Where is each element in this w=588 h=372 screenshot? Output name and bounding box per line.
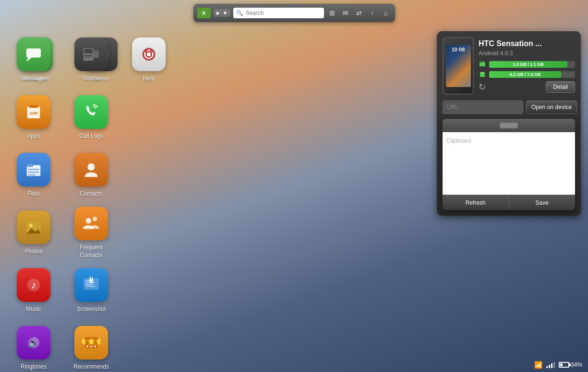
svg-text:♪: ♪ (31, 279, 36, 290)
clipboard-actions: Refresh Save (443, 195, 575, 210)
svg-point-20 (29, 224, 33, 228)
app-item-ringtones[interactable]: 🔊 Ringtones (5, 320, 62, 372)
svg-rect-42 (86, 286, 95, 287)
url-section: Open on device (443, 100, 575, 114)
statusbar: 📶 34% (528, 358, 588, 372)
transfer-icon[interactable]: ⇄ (354, 8, 364, 18)
device-image: 10 08 (443, 37, 474, 95)
app-item-music[interactable]: ♪ Music (5, 262, 62, 320)
storage-row-2: 6.2 GB / 7.4 GB (479, 71, 575, 78)
freqcontacts-icon (74, 207, 108, 240)
app-item-recommends[interactable]: ⭐⭐⭐ ★ ★ ★ Recommends (62, 320, 120, 372)
storage-bar-1-container: 1.0 GB / 1.1 GB (489, 61, 575, 68)
signal-bar-2 (549, 365, 550, 368)
device-refresh-icon[interactable]: ↻ (479, 82, 486, 92)
play-dropdown-arrow: ▼ (223, 10, 228, 16)
help-label: Help (143, 75, 155, 83)
ringtones-label: Ringtones (21, 363, 47, 371)
calllogs-icon (74, 95, 108, 129)
clipboard-clip-icon (499, 122, 518, 129)
music-icon: ♪ (17, 268, 50, 302)
storage-row-1: 1.0 GB / 1.1 GB (479, 61, 575, 68)
device-name: HTC Sensation ... (479, 39, 575, 48)
app-item-files[interactable]: Files (5, 147, 62, 204)
freqcontacts-label: FrequentContacts (80, 244, 103, 259)
battery-fill (560, 363, 563, 366)
app-item-calllogs[interactable]: Call Logs (62, 89, 120, 147)
clipboard-top (443, 119, 575, 132)
files-label: Files (27, 190, 39, 198)
clipboard-refresh-button[interactable]: Refresh (443, 195, 509, 210)
svg-text:APP: APP (29, 111, 38, 116)
svg-rect-39 (86, 281, 91, 282)
app-item-screenshot[interactable]: Screenshot (62, 262, 120, 320)
svg-rect-61 (482, 62, 483, 63)
photos-icon (17, 211, 50, 244)
screenshot-label: Screenshot (77, 306, 106, 313)
search-bar[interactable]: 🔍 (233, 8, 324, 18)
detail-button[interactable]: Detail (546, 81, 575, 93)
apps-icon: APP (17, 95, 50, 129)
svg-rect-64 (481, 72, 481, 74)
svg-rect-15 (27, 164, 33, 167)
app-item-help[interactable]: Help (120, 31, 178, 89)
storage-bar-2: 6.2 GB / 7.4 GB (489, 71, 561, 78)
svg-point-32 (87, 163, 95, 171)
svg-rect-60 (480, 62, 481, 63)
open-on-device-button[interactable]: Open on device (526, 100, 577, 114)
svg-rect-16 (28, 169, 39, 170)
upload-icon[interactable]: ↑ (367, 8, 378, 18)
recommends-label: Recommends (73, 363, 109, 371)
svg-rect-40 (86, 283, 95, 284)
photos-label: Photos (24, 248, 42, 256)
svg-marker-10 (26, 58, 32, 62)
search-icon: 🔍 (236, 10, 243, 16)
storage-label-2: 6.2 GB / 7.4 GB (508, 72, 543, 77)
app-item-photos[interactable]: Photos (5, 204, 62, 262)
signal-bar-4 (553, 362, 555, 368)
svg-rect-62 (483, 62, 484, 63)
grid-icon[interactable]: ⊞ (327, 8, 337, 18)
clipboard-placeholder: Clipboard (446, 136, 471, 146)
app-item-apps[interactable]: APP Apps (5, 89, 62, 147)
mail-icon[interactable]: ✉ (340, 8, 351, 18)
clipboard-save-button[interactable]: Save (509, 195, 576, 210)
clipboard-section: Clipboard Refresh Save (443, 119, 575, 210)
device-time: 10 08 (452, 47, 465, 52)
play-dropdown[interactable]: ▼ (214, 9, 231, 17)
videos-label2: Videos (83, 75, 100, 83)
apps-label: Apps (27, 133, 40, 140)
search-input[interactable] (245, 10, 321, 16)
device-actions: ↻ Detail (479, 81, 575, 93)
signal-bars (546, 361, 555, 368)
device-header: 10 08 HTC Sensation ... Android 4.0.3 (443, 37, 575, 95)
svg-rect-65 (482, 72, 482, 74)
ringtones-icon: 🔊 (17, 326, 50, 360)
storage-bar-2-container: 6.2 GB / 7.4 GB (489, 71, 575, 78)
app-item-videos[interactable]: Videos (62, 31, 120, 89)
svg-rect-59 (480, 62, 485, 66)
app-item-freqcontacts[interactable]: FrequentContacts (62, 204, 120, 262)
home-icon[interactable]: ⌂ (381, 8, 391, 18)
device-panel: 10 08 HTC Sensation ... Android 4.0.3 (437, 31, 581, 216)
svg-point-34 (93, 217, 97, 222)
clipboard-body[interactable]: Clipboard (443, 132, 575, 195)
storage-bar-1: 1.0 GB / 1.1 GB (489, 61, 567, 68)
help-icon (132, 37, 166, 71)
url-input[interactable] (443, 100, 523, 114)
app-item-messages[interactable]: Messages (5, 31, 62, 89)
svg-text:★ ★ ★: ★ ★ ★ (86, 345, 96, 348)
device-os: Android 4.0.3 (479, 50, 575, 57)
svg-point-33 (86, 218, 91, 223)
svg-rect-12 (29, 105, 38, 108)
app-item-contacts[interactable]: Contacts (62, 147, 120, 204)
wifi-icon: 📶 (534, 361, 542, 369)
toolbar: ▼ 🔍 ⊞ ✉ ⇄ ↑ ⌂ (193, 4, 395, 22)
screenshot-icon (74, 268, 108, 302)
battery-percentage: 34% (571, 361, 582, 368)
messages-icon (17, 37, 50, 71)
battery-icon (559, 362, 569, 368)
sd-icon (479, 71, 486, 78)
calllogs-label: Call Logs (79, 133, 103, 140)
app-logo-icon (197, 8, 211, 18)
